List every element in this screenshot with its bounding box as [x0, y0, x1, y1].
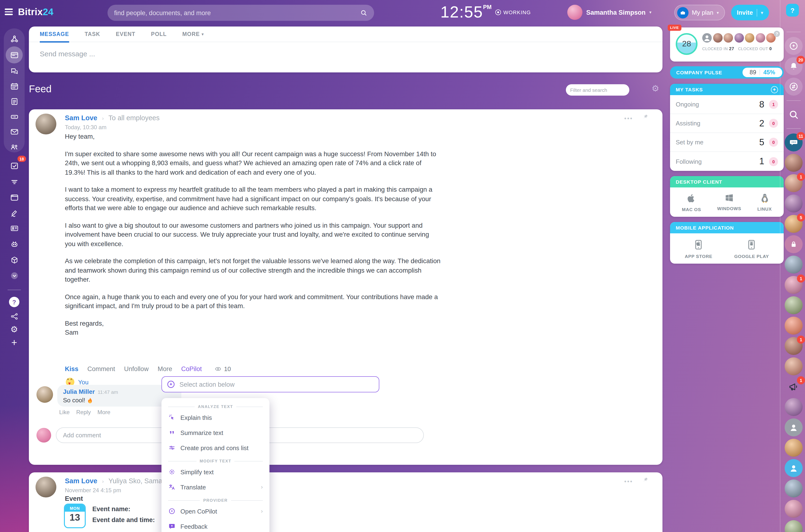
- rail-avatar-default[interactable]: [785, 459, 803, 477]
- sidebar-item-tasks[interactable]: 18: [7, 158, 22, 173]
- user-menu[interactable]: Samantha Simpson ▾: [567, 5, 652, 20]
- mobile-google-play[interactable]: GOOGLE PLAY: [734, 239, 769, 259]
- tab-message[interactable]: MESSAGE: [40, 26, 69, 42]
- post-author-link[interactable]: Sam Love: [65, 114, 97, 122]
- help-icon[interactable]: ?: [774, 31, 780, 37]
- task-row-set-by-me[interactable]: Set by me 5 0: [670, 133, 784, 152]
- menu-item-summarize-text[interactable]: Summarize text: [162, 425, 269, 440]
- sidebar-item-teams[interactable]: [7, 139, 22, 154]
- rail-megaphone-icon[interactable]: 1: [785, 378, 803, 396]
- send-message-input[interactable]: [40, 50, 513, 58]
- rail-avatar[interactable]: [785, 500, 803, 518]
- like-link[interactable]: Like: [59, 409, 70, 416]
- sidebar-item-mail[interactable]: [7, 124, 22, 139]
- comment-author-link[interactable]: Julia Miller: [63, 388, 95, 395]
- tab-task[interactable]: TASK: [85, 26, 100, 42]
- rail-avatar[interactable]: [785, 194, 803, 212]
- kiss-action[interactable]: Kiss: [65, 365, 78, 373]
- feed-filter-input[interactable]: [570, 87, 634, 93]
- global-search-input[interactable]: [114, 9, 360, 16]
- sidebar-item-settings[interactable]: ⚙: [7, 322, 22, 337]
- menu-item-simplify-text[interactable]: Simplify text: [162, 464, 269, 479]
- search-icon[interactable]: [360, 9, 368, 17]
- rail-avatar[interactable]: [785, 255, 803, 273]
- hamburger-menu-icon[interactable]: [5, 8, 13, 15]
- rail-teamchat-icon[interactable]: 11: [785, 133, 803, 151]
- rail-avatar[interactable]: [785, 296, 803, 314]
- rail-avatar[interactable]: [785, 439, 803, 457]
- post-pin-icon[interactable]: [642, 113, 649, 122]
- sidebar-item-docs[interactable]: [7, 94, 22, 109]
- sidebar-item-add[interactable]: +: [7, 335, 22, 350]
- post-recipients[interactable]: To all employees: [109, 114, 160, 122]
- rail-avatar[interactable]: 1: [785, 337, 803, 355]
- rail-avatar[interactable]: [785, 398, 803, 416]
- sidebar-item-network[interactable]: [7, 309, 22, 324]
- copilot-select-box[interactable]: [162, 376, 379, 392]
- work-clock[interactable]: 12:55PM: [441, 3, 491, 21]
- mobile-app-store[interactable]: APP STORE: [685, 239, 712, 259]
- rail-avatar[interactable]: [785, 154, 803, 172]
- add-task-button[interactable]: +: [771, 86, 778, 93]
- company-pulse-widget[interactable]: COMPANY PULSE 89 45%: [670, 66, 784, 79]
- sidebar-item-collab[interactable]: [7, 31, 22, 46]
- desktop-linux[interactable]: LINUX: [757, 193, 772, 212]
- task-row-ongoing[interactable]: Ongoing 8 1: [670, 95, 784, 114]
- app-logo[interactable]: Bitrix24: [18, 7, 54, 18]
- rail-history-icon[interactable]: [785, 78, 803, 96]
- user-avatar[interactable]: [567, 5, 582, 20]
- copilot-action[interactable]: CoPilot: [181, 365, 202, 373]
- desktop-macos[interactable]: MAC OS: [682, 193, 701, 212]
- task-row-following[interactable]: Following 1 0: [670, 152, 784, 171]
- rail-copilot-icon[interactable]: [785, 37, 803, 55]
- sidebar-item-sign[interactable]: [7, 205, 22, 220]
- rail-avatar-default[interactable]: [785, 418, 803, 436]
- desktop-windows[interactable]: WINDOWS: [717, 193, 741, 212]
- event-author-avatar[interactable]: [36, 477, 56, 497]
- comment-more-link[interactable]: More: [97, 409, 110, 416]
- more-action[interactable]: More: [158, 365, 172, 373]
- comment-author-avatar[interactable]: [36, 386, 53, 403]
- menu-item-pros-cons[interactable]: Create pros and cons list: [162, 440, 269, 455]
- event-author-link[interactable]: Sam Love: [65, 477, 97, 484]
- tab-more[interactable]: MORE▾: [182, 26, 204, 42]
- menu-item-translate[interactable]: Translate ›: [162, 479, 269, 495]
- sidebar-item-feed[interactable]: [7, 48, 22, 62]
- tab-poll[interactable]: POLL: [151, 26, 167, 42]
- sidebar-item-contacts[interactable]: [7, 221, 22, 236]
- tab-event[interactable]: EVENT: [116, 26, 135, 42]
- sidebar-item-drive[interactable]: [7, 109, 22, 124]
- sidebar-item-market[interactable]: [7, 252, 22, 267]
- reaction-you-label[interactable]: You: [78, 378, 89, 385]
- rail-lock-icon[interactable]: [785, 235, 803, 253]
- sidebar-item-messenger[interactable]: [7, 63, 22, 79]
- rail-avatar[interactable]: 5: [785, 215, 803, 233]
- sidebar-item-help[interactable]: ?: [7, 294, 22, 309]
- rail-avatar[interactable]: [785, 520, 803, 532]
- post-more-dots-icon[interactable]: •••: [624, 115, 633, 122]
- sidebar-item-calendar[interactable]: [7, 79, 22, 94]
- rail-avatar[interactable]: [785, 479, 803, 497]
- sidebar-item-crm[interactable]: [7, 174, 22, 189]
- rail-bell-icon[interactable]: 20: [785, 57, 803, 75]
- rail-avatar[interactable]: 1: [785, 276, 803, 294]
- task-row-assisting[interactable]: Assisting 2 0: [670, 114, 784, 133]
- menu-item-explain-this[interactable]: Explain this: [162, 410, 269, 425]
- event-pin-icon[interactable]: [642, 476, 649, 486]
- my-plan-button[interactable]: My plan ▾: [674, 5, 725, 20]
- rail-help-button[interactable]: ?: [786, 4, 799, 17]
- post-author-avatar[interactable]: [36, 114, 56, 134]
- sidebar-item-more[interactable]: [7, 268, 22, 283]
- menu-item-feedback[interactable]: Feedback: [162, 519, 269, 532]
- reply-link[interactable]: Reply: [76, 409, 91, 416]
- rail-avatar[interactable]: [785, 357, 803, 375]
- clockin-widget[interactable]: LIVE 28 CLOCKED IN 27 CLOCKED OUT 0 ?: [670, 27, 784, 61]
- comment-action[interactable]: Comment: [87, 365, 115, 373]
- sidebar-item-sites[interactable]: [7, 190, 22, 205]
- menu-item-open-copilot[interactable]: Open CoPilot ›: [162, 504, 269, 519]
- sidebar-item-apps[interactable]: [7, 236, 22, 251]
- working-status[interactable]: WORKING: [495, 10, 531, 15]
- copilot-select-input[interactable]: [180, 381, 375, 388]
- event-more-dots-icon[interactable]: •••: [624, 478, 633, 484]
- rail-search-icon[interactable]: [785, 106, 803, 124]
